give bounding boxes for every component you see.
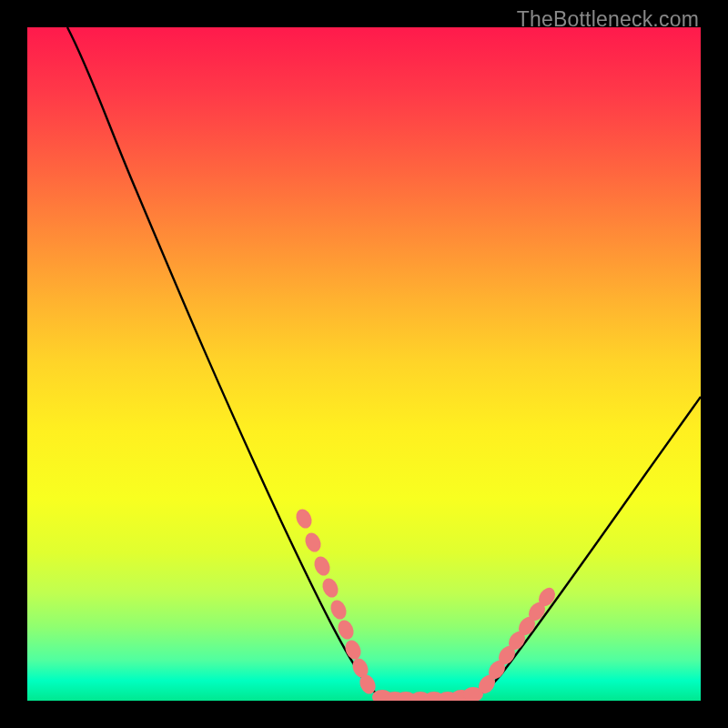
- data-points-right: [475, 584, 559, 696]
- svg-point-4: [328, 598, 349, 622]
- chart-svg: [27, 27, 701, 701]
- chart-container: TheBottleneck.com: [0, 0, 728, 728]
- data-points-bottom: [372, 687, 483, 701]
- svg-point-3: [319, 576, 341, 601]
- bottleneck-curve-line: [67, 27, 701, 699]
- svg-point-0: [293, 507, 315, 531]
- svg-point-2: [311, 554, 333, 579]
- data-points-left: [293, 507, 379, 697]
- svg-point-1: [302, 531, 324, 555]
- plot-area: [27, 27, 701, 701]
- svg-point-6: [342, 638, 364, 662]
